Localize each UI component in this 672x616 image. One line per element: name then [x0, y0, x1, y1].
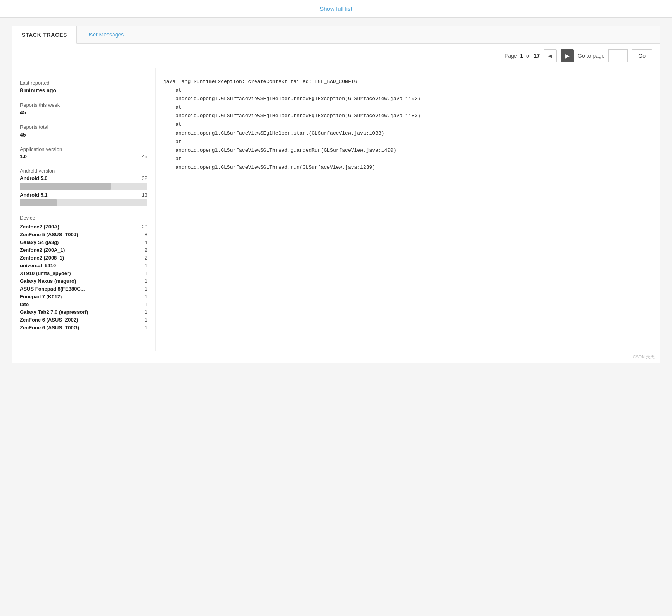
device-row-9: Fonepad 7 (K012)1	[20, 294, 147, 299]
device-list: Zenfone2 (Z00A)20ZenFone 5 (ASUS_T00J)8G…	[20, 224, 147, 330]
android-version-count-1: 13	[142, 192, 147, 198]
device-count-12: 1	[145, 317, 147, 323]
prev-page-button[interactable]: ◀	[544, 49, 557, 62]
device-row-1: ZenFone 5 (ASUS_T00J)8	[20, 232, 147, 237]
device-row-13: ZenFone 6 (ASUS_T00G)1	[20, 325, 147, 330]
android-version-row-1: Android 5.1 13	[20, 192, 147, 206]
device-name-13: ZenFone 6 (ASUS_T00G)	[20, 325, 79, 330]
app-version-name: 1.0	[20, 154, 27, 159]
go-to-page-input[interactable]	[608, 49, 628, 62]
reports-total-label: Reports total	[20, 124, 147, 130]
device-count-10: 1	[145, 301, 147, 307]
device-row-8: ASUS Fonepad 8(FE380C...1	[20, 286, 147, 292]
device-name-6: XT910 (umts_spyder)	[20, 270, 71, 276]
device-name-3: Zenfone2 (Z00A_1)	[20, 247, 65, 253]
device-name-0: Zenfone2 (Z00A)	[20, 224, 59, 230]
device-row-5: universal_54101	[20, 263, 147, 268]
device-count-9: 1	[145, 294, 147, 299]
device-name-1: ZenFone 5 (ASUS_T00J)	[20, 232, 78, 237]
device-name-12: ZenFone 6 (ASUS_Z002)	[20, 317, 78, 323]
device-count-1: 8	[145, 232, 147, 237]
reports-total-value: 45	[20, 132, 147, 138]
device-count-11: 1	[145, 309, 147, 315]
device-row-10: tate1	[20, 301, 147, 307]
device-count-0: 20	[142, 224, 147, 230]
show-full-list-link[interactable]: Show full list	[320, 5, 352, 12]
android-version-bar-fill-1	[20, 199, 57, 206]
last-reported-label: Last reported	[20, 80, 147, 86]
go-button[interactable]: Go	[632, 49, 652, 62]
app-version-row: 1.0 45	[20, 154, 147, 159]
device-name-10: tate	[20, 301, 29, 307]
tabs-bar: STACK TRACES User Messages	[12, 26, 660, 44]
device-label: Device	[20, 215, 147, 221]
device-name-11: Galaxy Tab2 7.0 (espressorf)	[20, 309, 88, 315]
device-name-8: ASUS Fonepad 8(FE380C...	[20, 286, 85, 292]
device-name-2: Galaxy S4 (ja3g)	[20, 239, 59, 245]
device-count-6: 1	[145, 270, 147, 276]
android-version-name-1: Android 5.1	[20, 192, 48, 198]
stack-trace: java.lang.RuntimeException: createContex…	[163, 78, 652, 172]
android-version-bar-1	[20, 199, 147, 206]
android-version-bar-0	[20, 183, 147, 190]
current-page: 1	[520, 53, 523, 59]
device-row-7: Galaxy Nexus (maguro)1	[20, 278, 147, 284]
device-name-4: Zenfone2 (Z008_1)	[20, 255, 64, 261]
device-count-13: 1	[145, 325, 147, 330]
reports-this-week-value: 45	[20, 109, 147, 116]
device-row-2: Galaxy S4 (ja3g)4	[20, 239, 147, 245]
app-version-label: Application version	[20, 146, 147, 152]
watermark: CSDN 天天	[12, 351, 660, 363]
device-row-4: Zenfone2 (Z008_1)2	[20, 255, 147, 261]
device-count-4: 2	[145, 255, 147, 261]
left-panel: Last reported 8 minutes ago Reports this…	[12, 68, 156, 351]
tab-stack-traces[interactable]: STACK TRACES	[12, 26, 77, 44]
device-name-5: universal_5410	[20, 263, 56, 268]
app-version-count: 45	[142, 154, 147, 159]
main-container: STACK TRACES User Messages Page 1 of 17 …	[12, 26, 660, 363]
android-version-section: Android version Android 5.0 32 Android 5…	[20, 168, 147, 206]
tab-user-messages[interactable]: User Messages	[77, 26, 133, 43]
total-pages: 17	[533, 53, 540, 59]
last-reported-section: Last reported 8 minutes ago	[20, 80, 147, 93]
page-info: Page 1 of 17	[504, 53, 540, 59]
content-area: Last reported 8 minutes ago Reports this…	[12, 68, 660, 351]
device-count-7: 1	[145, 278, 147, 284]
device-section: Device Zenfone2 (Z00A)20ZenFone 5 (ASUS_…	[20, 215, 147, 330]
last-reported-value: 8 minutes ago	[20, 87, 147, 93]
app-version-section: Application version 1.0 45	[20, 146, 147, 159]
device-row-0: Zenfone2 (Z00A)20	[20, 224, 147, 230]
device-row-6: XT910 (umts_spyder)1	[20, 270, 147, 276]
device-row-3: Zenfone2 (Z00A_1)2	[20, 247, 147, 253]
right-panel: java.lang.RuntimeException: createContex…	[156, 68, 660, 351]
device-name-9: Fonepad 7 (K012)	[20, 294, 62, 299]
top-bar: Show full list	[0, 0, 672, 18]
device-row-11: Galaxy Tab2 7.0 (espressorf)1	[20, 309, 147, 315]
android-version-name-0: Android 5.0	[20, 175, 48, 181]
android-version-bar-fill-0	[20, 183, 111, 190]
device-count-8: 1	[145, 286, 147, 292]
device-count-2: 4	[145, 239, 147, 245]
reports-total-section: Reports total 45	[20, 124, 147, 138]
reports-this-week-label: Reports this week	[20, 102, 147, 108]
android-version-row-0: Android 5.0 32	[20, 175, 147, 190]
go-to-page-label: Go to page	[578, 53, 604, 59]
device-row-12: ZenFone 6 (ASUS_Z002)1	[20, 317, 147, 323]
android-version-label: Android version	[20, 168, 147, 174]
device-count-5: 1	[145, 263, 147, 268]
pagination-bar: Page 1 of 17 ◀ ▶ Go to page Go	[12, 44, 660, 68]
next-page-button[interactable]: ▶	[561, 49, 574, 62]
device-name-7: Galaxy Nexus (maguro)	[20, 278, 76, 284]
reports-this-week-section: Reports this week 45	[20, 102, 147, 116]
android-version-count-0: 32	[142, 175, 147, 181]
device-count-3: 2	[145, 247, 147, 253]
